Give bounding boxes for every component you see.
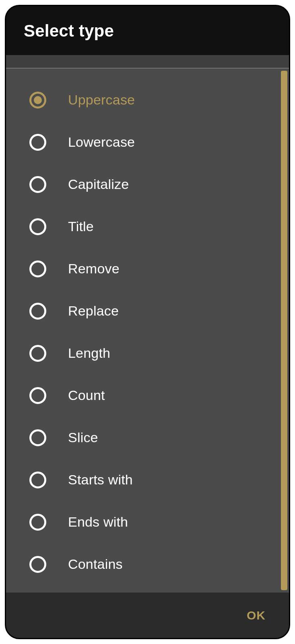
option-row[interactable]: Ends with [6,501,289,543]
radio-icon[interactable] [29,218,46,235]
options-list[interactable]: UppercaseLowercaseCapitalizeTitleRemoveR… [6,68,289,587]
radio-icon[interactable] [29,176,46,193]
option-label: Ends with [68,514,128,530]
option-row[interactable]: Slice [6,416,289,459]
option-label: Replace [68,303,119,319]
ok-button[interactable]: OK [247,609,266,622]
dialog-header: Select type [6,6,289,55]
radio-icon[interactable] [29,514,46,531]
dialog: Select type UppercaseLowercaseCapitalize… [5,5,290,639]
header-shadow [6,55,289,68]
radio-icon[interactable] [29,556,46,573]
option-row[interactable]: Replace [6,290,289,332]
radio-icon[interactable] [29,303,46,320]
option-row[interactable]: Starts with [6,459,289,501]
option-label: Starts with [68,472,133,488]
option-row[interactable]: Remove [6,248,289,290]
option-label: Count [68,388,105,403]
option-label: Remove [68,261,120,277]
options-list-container: UppercaseLowercaseCapitalizeTitleRemoveR… [6,68,289,593]
option-row[interactable]: Capitalize [6,163,289,205]
option-label: Capitalize [68,176,129,192]
option-row[interactable]: Lowercase [6,121,289,163]
scrollbar-thumb[interactable] [281,71,287,590]
option-label: Length [68,345,110,361]
option-label: Contains [68,556,123,572]
radio-icon[interactable] [29,429,46,446]
radio-icon[interactable] [29,260,46,277]
radio-icon[interactable] [29,345,46,362]
radio-icon[interactable] [29,134,46,151]
option-row[interactable]: Uppercase [6,79,289,121]
option-label: Lowercase [68,134,135,150]
option-label: Uppercase [68,92,135,108]
radio-icon[interactable] [29,387,46,404]
dialog-title: Select type [24,21,271,41]
radio-icon[interactable] [29,472,46,488]
option-row[interactable]: Contains [6,543,289,585]
option-row[interactable]: Title [6,205,289,248]
option-row[interactable]: Count [6,374,289,416]
option-row[interactable]: Length [6,332,289,374]
dialog-footer: OK [6,593,289,638]
option-label: Slice [68,430,98,445]
radio-selected-icon[interactable] [29,92,46,109]
option-label: Title [68,219,94,234]
